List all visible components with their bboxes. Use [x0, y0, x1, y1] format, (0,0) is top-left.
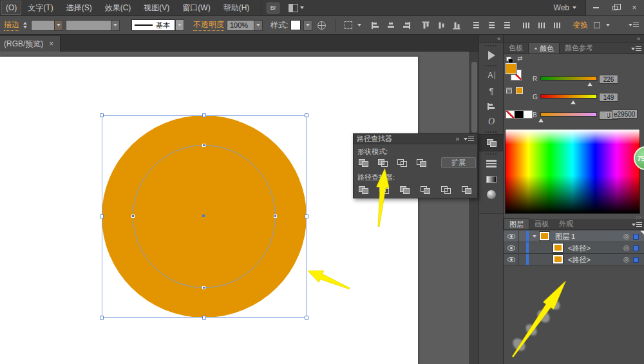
distribute-bottom-button[interactable]	[500, 19, 513, 32]
anchor-dropdown-icon[interactable]	[606, 24, 610, 26]
distribute-top-button[interactable]	[469, 19, 482, 32]
selection-handle[interactable]	[202, 113, 206, 117]
channel-value-field[interactable]: 149	[599, 93, 618, 102]
variable-width-select[interactable]	[66, 20, 120, 31]
expand-button[interactable]: 扩展	[441, 157, 476, 168]
path-name[interactable]: <路径>	[568, 244, 591, 253]
distribute-horizontal-center-button[interactable]	[535, 19, 548, 32]
layer-thumbnail[interactable]	[553, 255, 563, 263]
selection-square-icon[interactable]	[633, 245, 639, 251]
stroke-weight-stepper[interactable]	[23, 22, 27, 28]
style-dropdown[interactable]	[303, 20, 312, 31]
tab-close-icon[interactable]: ×	[49, 41, 53, 47]
arrange-documents-icon[interactable]	[289, 4, 298, 12]
menu-select[interactable]: 选择(S)	[60, 1, 99, 15]
canvas-area[interactable]	[0, 52, 478, 364]
target-circle-icon[interactable]: ◎	[623, 255, 630, 263]
bridge-button[interactable]: Br	[267, 3, 279, 14]
document-tab[interactable]: (RGB/预览) ×	[0, 36, 61, 52]
hex-value-field[interactable]: e29500	[612, 110, 638, 119]
visibility-toggle[interactable]	[504, 231, 519, 242]
visibility-toggle[interactable]	[504, 254, 519, 265]
selection-handle[interactable]	[100, 113, 104, 117]
layer-name[interactable]: 图层 1	[555, 232, 575, 242]
character-panel-button[interactable]: A	[479, 68, 504, 83]
menu-help[interactable]: 帮助(H)	[217, 1, 256, 15]
selection-handle[interactable]	[305, 316, 308, 320]
menu-effect[interactable]: 效果(C)	[99, 1, 138, 15]
brush-definition-select[interactable]: 基本	[131, 19, 184, 31]
tab-color-guide[interactable]: 颜色参考	[560, 43, 598, 53]
anchor-point[interactable]	[131, 215, 135, 218]
anchor-point[interactable]	[202, 286, 205, 289]
paragraph-panel-button[interactable]: ¶	[479, 83, 504, 99]
align-left-button[interactable]	[369, 19, 382, 32]
default-swatches-icon[interactable]	[506, 57, 513, 63]
layer-row[interactable]: 图层 1 ◎	[504, 231, 644, 242]
none-swatch[interactable]	[506, 110, 515, 119]
tab-appearance[interactable]: 外观	[554, 218, 578, 229]
align-vertical-center-button[interactable]	[435, 19, 448, 32]
align-top-button[interactable]	[419, 19, 432, 32]
align-bottom-button[interactable]	[450, 19, 463, 32]
crop-button[interactable]	[417, 184, 433, 196]
scroll-up-icon[interactable]	[472, 53, 477, 62]
color-slider-track[interactable]	[540, 94, 597, 99]
dock-grip[interactable]	[485, 131, 498, 133]
tab-layers[interactable]: 图层	[504, 218, 529, 229]
gradient-panel-button[interactable]	[479, 171, 504, 187]
color-slider-track[interactable]	[540, 76, 597, 81]
dock-collapse-button[interactable]: «	[479, 35, 503, 43]
color-slider-track[interactable]	[540, 112, 597, 117]
layer-thumbnail[interactable]	[553, 244, 563, 252]
target-circle-icon[interactable]: ◎	[623, 244, 630, 252]
selection-handle[interactable]	[100, 215, 104, 218]
stroke-link[interactable]: 描边	[4, 19, 19, 31]
tab-color[interactable]: 颜色	[528, 43, 560, 53]
anchor-point-button[interactable]	[591, 19, 603, 32]
color-slider-thumb[interactable]	[571, 101, 576, 104]
select-similar-dropdown-icon[interactable]	[357, 24, 361, 26]
symbols-panel-button[interactable]	[479, 48, 504, 63]
workspace-switcher[interactable]: Web	[545, 3, 585, 12]
menu-object[interactable]: (O)	[1, 1, 21, 15]
menu-type[interactable]: 文字(T)	[21, 1, 59, 15]
distribute-left-button[interactable]	[520, 19, 533, 32]
visibility-toggle[interactable]	[504, 242, 519, 253]
dock-grip[interactable]	[485, 153, 498, 155]
minus-back-button[interactable]	[459, 184, 474, 196]
anchor-point[interactable]	[274, 215, 277, 218]
pathfinder-panel-button[interactable]	[479, 134, 504, 151]
center-point[interactable]	[202, 215, 205, 217]
select-similar-button[interactable]	[342, 19, 355, 32]
align-panel-button[interactable]	[479, 99, 504, 114]
transparency-panel-button[interactable]	[479, 187, 504, 202]
stroke-panel-button[interactable]	[479, 156, 504, 171]
path-name[interactable]: <路径>	[568, 255, 591, 265]
minus-front-button[interactable]	[375, 157, 390, 169]
channel-value-field[interactable]: 226	[599, 75, 618, 84]
distribute-vertical-center-button[interactable]	[485, 19, 498, 32]
stroke-weight-select[interactable]	[31, 20, 63, 31]
style-swatch[interactable]	[290, 20, 301, 30]
pathfinder-title-bar[interactable]: 路径查找器 »	[354, 134, 477, 144]
menu-view[interactable]: 视图(V)	[137, 1, 176, 15]
unite-button[interactable]	[355, 157, 371, 169]
opacity-select[interactable]: 100%	[227, 20, 263, 31]
control-panel-menu-icon[interactable]	[629, 22, 639, 28]
selection-handle[interactable]	[202, 316, 206, 320]
globe-icon[interactable]	[317, 21, 326, 30]
target-circle-icon[interactable]: ◎	[623, 232, 630, 240]
menu-window[interactable]: 窗口(W)	[176, 1, 216, 15]
panel-menu-icon[interactable]	[632, 222, 642, 228]
black-swatch[interactable]	[515, 110, 524, 119]
minimize-button[interactable]	[586, 0, 605, 15]
scrollbar-thumb[interactable]	[471, 62, 477, 133]
align-right-button[interactable]	[400, 19, 413, 32]
color-slider-thumb[interactable]	[587, 82, 592, 86]
tab-swatches[interactable]: 色板	[504, 43, 528, 53]
dock-grip[interactable]	[485, 45, 498, 46]
close-button[interactable]: ×	[625, 0, 644, 15]
panel-menu-icon[interactable]	[631, 46, 641, 52]
divide-button[interactable]	[355, 184, 371, 196]
